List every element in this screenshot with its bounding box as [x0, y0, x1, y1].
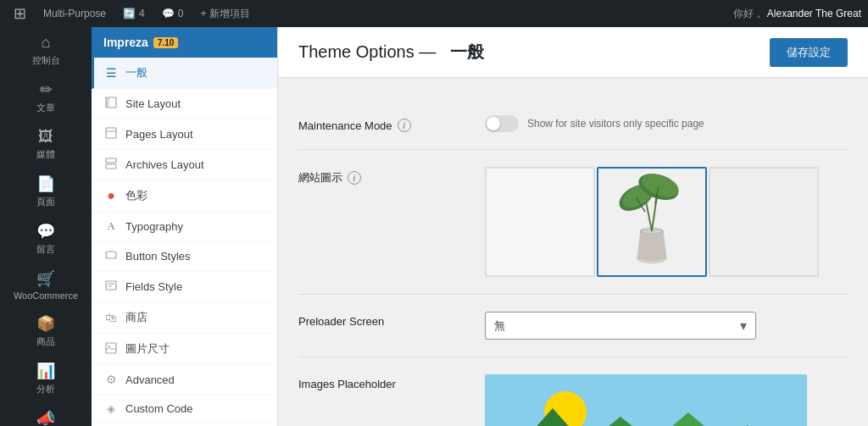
- submenu-archives-layout[interactable]: Archives Layout: [92, 150, 277, 180]
- images-placeholder-value: [485, 374, 848, 426]
- sidebar-item-posts[interactable]: ✏ 文章: [0, 74, 92, 121]
- submenu-fields-style-label: Fields Style: [125, 280, 182, 293]
- posts-icon: ✏: [40, 80, 53, 99]
- colors-icon: ●: [103, 188, 119, 203]
- submenu-advanced[interactable]: ⚙ Advanced: [92, 365, 277, 395]
- image-sizes-icon: [103, 342, 119, 357]
- submenu-typography-label: Typography: [125, 220, 183, 233]
- submenu-archives-layout-label: Archives Layout: [125, 158, 204, 171]
- svg-rect-5: [106, 164, 116, 169]
- sidebar-item-comments[interactable]: 💬 留言: [0, 215, 92, 263]
- plugin-version: 7.10: [153, 37, 178, 48]
- submenu-image-sizes[interactable]: 圖片尺寸: [92, 334, 277, 365]
- comments-wp-icon: 💬: [36, 222, 55, 241]
- preloader-selected-value: 無: [494, 318, 505, 334]
- site-name-item[interactable]: Multi-Purpose: [36, 0, 113, 27]
- page-title-suffix: 一般: [450, 42, 484, 61]
- new-item-label: + 新增項目: [200, 7, 249, 21]
- save-button[interactable]: 儲存設定: [770, 38, 848, 67]
- submenu-image-sizes-label: 圖片尺寸: [125, 341, 170, 357]
- wp-logo[interactable]: ⊞: [7, 0, 33, 27]
- maintenance-mode-text: Maintenance Mode: [298, 119, 392, 132]
- comments-count: 0: [178, 8, 184, 19]
- fields-style-icon: [103, 279, 119, 294]
- submenu-button-styles[interactable]: Button Styles: [92, 241, 277, 272]
- sidebar-label-posts: 文章: [36, 102, 55, 114]
- page-title-prefix: Theme Options —: [298, 42, 436, 61]
- custom-code-icon: ◈: [103, 402, 119, 415]
- site-display-text: 網站圖示: [298, 170, 342, 185]
- submenu-pages-layout[interactable]: Pages Layout: [92, 119, 277, 150]
- submenu-advanced-label: Advanced: [125, 373, 175, 386]
- wp-icon: ⊞: [14, 4, 26, 23]
- products-icon: 📦: [36, 314, 55, 333]
- svg-rect-7: [106, 281, 116, 290]
- submenu-site-layout[interactable]: Site Layout: [92, 89, 277, 119]
- submenu-colors-label: 色彩: [125, 188, 147, 203]
- svg-rect-10: [106, 343, 116, 353]
- sidebar-item-pages[interactable]: 📄 頁面: [0, 168, 92, 215]
- submenu-fields-style[interactable]: Fields Style: [92, 272, 277, 302]
- site-display-third[interactable]: [709, 167, 819, 277]
- sidebar-item-dashboard[interactable]: ⌂ 控制台: [0, 27, 92, 74]
- sidebar-item-products[interactable]: 📦 商品: [0, 307, 92, 355]
- placeholder-image: [485, 374, 807, 426]
- plugin-name: Impreza: [103, 36, 148, 49]
- submenu-shop-label: 商店: [125, 310, 147, 325]
- submenu-colors[interactable]: ● 色彩: [92, 180, 277, 212]
- updates-icon: 🔄: [123, 8, 136, 19]
- preloader-select[interactable]: 無 ▾: [485, 312, 756, 340]
- site-display-plant[interactable]: [597, 167, 707, 277]
- maintenance-mode-toggle[interactable]: [485, 115, 519, 132]
- submenu-custom-code[interactable]: ◈ Custom Code: [92, 395, 277, 423]
- submenu-typography[interactable]: A Typography: [92, 212, 277, 241]
- updates-item[interactable]: 🔄 4: [116, 0, 152, 27]
- shop-icon: 🛍: [103, 311, 119, 324]
- maintenance-mode-help-icon[interactable]: i: [398, 119, 411, 132]
- comments-icon: 💬: [162, 8, 175, 19]
- submenu-shop[interactable]: 🛍 商店: [92, 302, 277, 334]
- sidebar-item-woocommerce[interactable]: 🛒 WooCommerce: [0, 263, 92, 307]
- sidebar-label-analytics: 分析: [36, 383, 55, 396]
- sidebar-item-marketing[interactable]: 📣 行銷: [0, 402, 92, 426]
- updates-count: 4: [139, 8, 145, 19]
- analytics-icon: 📊: [36, 362, 55, 380]
- sidebar-label-pages: 頁面: [36, 196, 55, 208]
- sidebar-label-woo: WooCommerce: [14, 290, 78, 301]
- main-content: Theme Options — 一般 儲存設定 Maintenance Mode…: [278, 27, 868, 426]
- sub-sidebar: Impreza 7.10 ☰ 一般 Site Layout Pages Layo…: [92, 27, 278, 426]
- sidebar-item-analytics[interactable]: 📊 分析: [0, 355, 92, 402]
- site-display-label: 網站圖示 i: [298, 167, 468, 185]
- user-greeting: 你好，: [733, 7, 764, 21]
- content-body: Maintenance Mode i Show for site visitor…: [278, 78, 868, 426]
- site-display-blank[interactable]: [485, 167, 595, 277]
- svg-point-11: [108, 345, 110, 347]
- general-icon: ☰: [103, 66, 119, 80]
- wp-sidebar: ⌂ 控制台 ✏ 文章 🖼 媒體 📄 頁面 💬 留言 🛒 WooCommerce …: [0, 27, 92, 426]
- images-placeholder-row: Images Placeholder: [298, 357, 848, 426]
- svg-rect-4: [106, 158, 116, 163]
- comments-item[interactable]: 💬 0: [155, 0, 191, 27]
- svg-rect-6: [106, 252, 116, 258]
- admin-bar: ⊞ Multi-Purpose 🔄 4 💬 0 + 新增項目 你好， Alexa…: [0, 0, 868, 27]
- woo-icon: 🛒: [36, 269, 55, 288]
- new-item[interactable]: + 新增項目: [193, 0, 256, 27]
- submenu-general[interactable]: ☰ 一般: [92, 58, 277, 89]
- pages-layout-icon: [103, 127, 119, 141]
- images-placeholder-text: Images Placeholder: [298, 378, 396, 390]
- media-icon: 🖼: [38, 128, 53, 146]
- site-display-row: 網站圖示 i: [298, 150, 848, 295]
- site-display-help-icon[interactable]: i: [348, 171, 361, 185]
- images-placeholder-label: Images Placeholder: [298, 374, 468, 390]
- sidebar-label-comments: 留言: [36, 243, 55, 256]
- page-title: Theme Options — 一般: [298, 41, 484, 64]
- dashboard-icon: ⌂: [42, 34, 51, 52]
- maintenance-mode-toggle-row: Show for site visitors only specific pag…: [485, 115, 848, 132]
- svg-rect-1: [106, 97, 109, 108]
- button-styles-icon: [103, 249, 119, 263]
- sidebar-item-media[interactable]: 🖼 媒體: [0, 121, 92, 168]
- content-header: Theme Options — 一般 儲存設定: [278, 27, 868, 78]
- submenu-site-layout-label: Site Layout: [125, 97, 181, 110]
- user-name[interactable]: Alexander The Great: [767, 8, 861, 19]
- sidebar-label-products: 商品: [36, 335, 55, 348]
